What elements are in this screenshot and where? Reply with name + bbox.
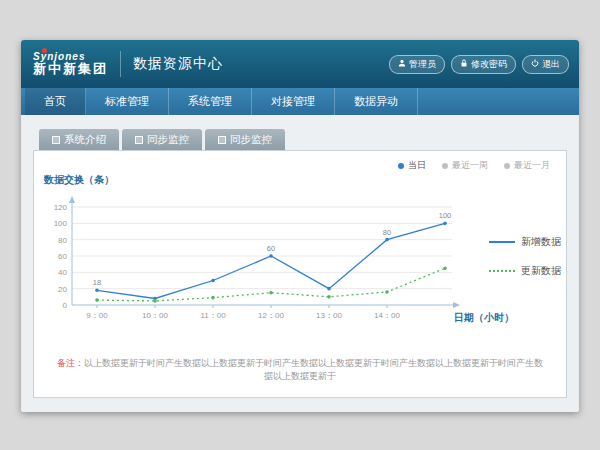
- nav-item-standard-management[interactable]: 标准管理: [86, 88, 169, 115]
- power-icon: [531, 59, 539, 69]
- legend-dot-icon: [398, 163, 404, 169]
- x-axis-title: 日期（小时）: [454, 311, 514, 325]
- series-label: 新增数据: [521, 235, 561, 249]
- tab-grid-icon: [52, 136, 60, 144]
- svg-text:11：00: 11：00: [200, 311, 226, 320]
- svg-text:80: 80: [58, 236, 67, 245]
- nav-item-home[interactable]: 首页: [25, 88, 86, 115]
- nav-item-integration-management[interactable]: 对接管理: [252, 88, 335, 115]
- svg-text:18: 18: [93, 278, 101, 287]
- header: Synjones 新中新集团 数据资源中心 管理员 修改密码 退出: [21, 40, 579, 88]
- svg-text:60: 60: [58, 252, 67, 261]
- time-range-legend: 当日 最近一周 最近一月: [398, 159, 550, 172]
- series-legend: 新增数据 更新数据: [489, 235, 561, 278]
- chart-panel: 当日 最近一周 最近一月 数据交换（条） 0204060801001209：00…: [33, 150, 567, 398]
- svg-text:10：00: 10：00: [142, 311, 168, 320]
- legend-item-update-data[interactable]: 更新数据: [489, 264, 561, 278]
- change-password-button[interactable]: 修改密码: [451, 55, 516, 74]
- user-icon: [398, 59, 406, 69]
- logo-dot-icon: [42, 48, 47, 53]
- legend-item-last-week[interactable]: 最近一周: [442, 159, 488, 172]
- tab-label: 系统介绍: [64, 133, 106, 147]
- y-axis-title: 数据交换（条）: [44, 173, 114, 187]
- svg-text:100: 100: [54, 219, 68, 228]
- svg-text:60: 60: [267, 244, 275, 253]
- legend-item-today[interactable]: 当日: [398, 159, 426, 172]
- svg-text:40: 40: [58, 268, 67, 277]
- legend-dot-icon: [504, 163, 510, 169]
- change-password-button-label: 修改密码: [471, 58, 507, 71]
- tab-system-intro[interactable]: 系统介绍: [39, 129, 119, 150]
- nav-item-data-changes[interactable]: 数据异动: [335, 88, 418, 115]
- series-label: 更新数据: [521, 264, 561, 278]
- logout-button-label: 退出: [542, 58, 560, 71]
- legend-dot-icon: [442, 163, 448, 169]
- admin-button[interactable]: 管理员: [389, 55, 445, 74]
- svg-text:20: 20: [58, 285, 67, 294]
- line-chart: 0204060801001209：0010：0011：0012：0013：001…: [42, 193, 472, 345]
- svg-text:120: 120: [54, 203, 68, 212]
- tab-label: 同步监控: [230, 133, 272, 147]
- page-title: 数据资源中心: [133, 55, 223, 73]
- svg-text:13：00: 13：00: [316, 311, 342, 320]
- logout-button[interactable]: 退出: [522, 55, 569, 74]
- legend-item-new-data[interactable]: 新增数据: [489, 235, 561, 249]
- logo: Synjones 新中新集团: [31, 51, 108, 77]
- admin-button-label: 管理员: [409, 58, 436, 71]
- app-window: Synjones 新中新集团 数据资源中心 管理员 修改密码 退出 首页 标准管…: [21, 40, 579, 412]
- svg-text:100: 100: [439, 211, 452, 220]
- nav-item-system-management[interactable]: 系统管理: [169, 88, 252, 115]
- main-nav: 首页 标准管理 系统管理 对接管理 数据异动: [21, 88, 579, 115]
- legend-item-last-month[interactable]: 最近一月: [504, 159, 550, 172]
- svg-text:80: 80: [383, 228, 391, 237]
- svg-text:12：00: 12：00: [258, 311, 284, 320]
- company-name: 新中新集团: [33, 62, 108, 77]
- tab-sync-monitor-1[interactable]: 同步监控: [122, 129, 202, 150]
- legend-label: 最近一月: [514, 159, 550, 172]
- footnote-prefix: 备注：: [57, 358, 84, 368]
- tab-sync-monitor-2[interactable]: 同步监控: [205, 129, 285, 150]
- lock-icon: [460, 59, 468, 69]
- legend-label: 当日: [408, 159, 426, 172]
- header-actions: 管理员 修改密码 退出: [389, 55, 569, 74]
- content-area: 系统介绍 同步监控 同步监控 当日 最近一周: [21, 115, 579, 412]
- header-divider: [120, 51, 121, 77]
- tab-bar: 系统介绍 同步监控 同步监控: [39, 129, 567, 150]
- dotted-line-icon: [489, 270, 515, 272]
- tab-grid-icon: [135, 136, 143, 144]
- svg-text:0: 0: [63, 301, 68, 310]
- svg-text:14：00: 14：00: [374, 311, 400, 320]
- tab-grid-icon: [218, 136, 226, 144]
- tab-label: 同步监控: [147, 133, 189, 147]
- legend-label: 最近一周: [452, 159, 488, 172]
- footnote-text: 以上数据更新于时间产生数据以上数据更新于时间产生数据以上数据更新于时间产生数据以…: [84, 358, 543, 381]
- footnote: 备注：以上数据更新于时间产生数据以上数据更新于时间产生数据以上数据更新于时间产生…: [34, 357, 566, 383]
- solid-line-icon: [489, 241, 515, 243]
- svg-text:9：00: 9：00: [86, 311, 108, 320]
